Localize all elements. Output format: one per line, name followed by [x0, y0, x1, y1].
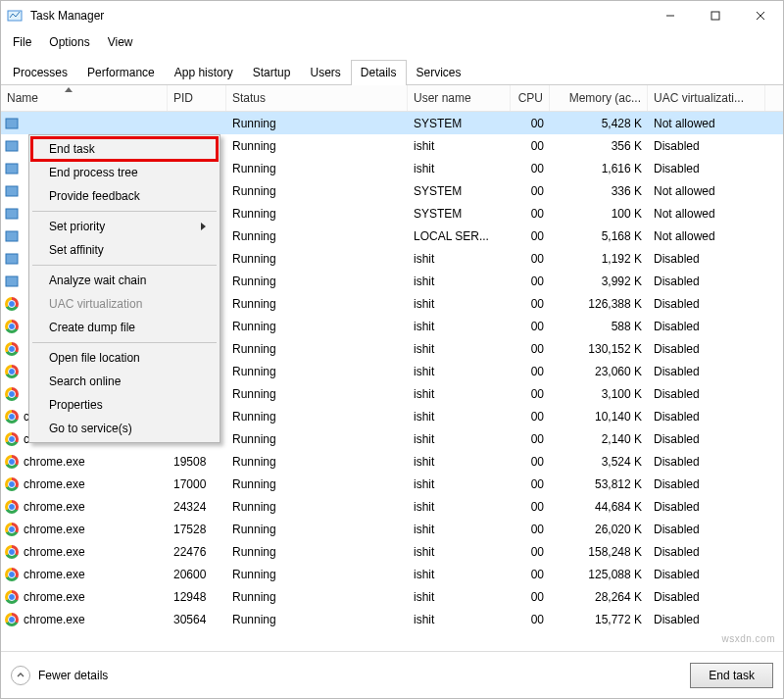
tab-app-history[interactable]: App history [165, 60, 243, 84]
sort-ascending-icon [65, 87, 73, 92]
cell-name: chrome.exe [1, 568, 168, 581]
chrome-icon [5, 297, 19, 311]
process-name: chrome.exe [24, 477, 85, 491]
context-menu: End taskEnd process treeProvide feedback… [28, 134, 220, 443]
table-row[interactable]: chrome.exe24324Runningishit0044,684 KDis… [1, 495, 783, 518]
context-menu-label: Provide feedback [49, 189, 140, 203]
tab-details[interactable]: Details [351, 60, 407, 84]
column-header-pid[interactable]: PID [168, 85, 226, 111]
context-menu-separator [32, 265, 217, 266]
cell-uac: Disabled [648, 252, 765, 266]
process-name: chrome.exe [24, 568, 85, 581]
process-icon [5, 162, 19, 175]
context-menu-label: UAC virtualization [49, 297, 142, 311]
cell-cpu: 00 [511, 500, 550, 514]
cell-user: ishit [408, 500, 511, 514]
context-menu-label: Set affinity [49, 243, 104, 257]
fewer-details-toggle[interactable]: Fewer details [11, 666, 108, 685]
context-menu-item-create-dump-file[interactable]: Create dump file [31, 316, 218, 339]
cell-pid: 22476 [168, 545, 226, 559]
column-name-label: Name [7, 91, 38, 105]
cell-uac: Disabled [648, 477, 765, 491]
context-menu-item-set-affinity[interactable]: Set affinity [31, 238, 218, 262]
tab-startup[interactable]: Startup [243, 60, 301, 84]
cell-memory: 26,020 K [550, 523, 648, 536]
cell-cpu: 00 [511, 523, 550, 536]
column-header-status[interactable]: Status [226, 85, 408, 111]
minimize-button[interactable] [648, 1, 693, 30]
cell-status: Running [226, 252, 408, 266]
context-menu-item-open-file-location[interactable]: Open file location [31, 346, 218, 370]
cell-status: Running [226, 162, 408, 175]
cell-uac: Disabled [648, 545, 765, 559]
chrome-icon [5, 320, 19, 333]
context-menu-item-end-task[interactable]: End task [31, 137, 218, 161]
menu-view[interactable]: View [100, 32, 141, 52]
cell-uac: Not allowed [648, 207, 765, 221]
context-menu-item-set-priority[interactable]: Set priority [31, 215, 218, 238]
end-task-button[interactable]: End task [690, 663, 773, 688]
tab-strip: Processes Performance App history Startu… [1, 54, 783, 85]
cell-uac: Disabled [648, 523, 765, 536]
cell-memory: 23,060 K [550, 365, 648, 378]
cell-status: Running [226, 184, 408, 198]
close-button[interactable] [738, 1, 783, 30]
context-menu-item-properties[interactable]: Properties [31, 393, 218, 417]
tab-performance[interactable]: Performance [77, 60, 165, 84]
cell-cpu: 00 [511, 252, 550, 266]
cell-memory: 100 K [550, 207, 648, 221]
tab-services[interactable]: Services [407, 60, 471, 84]
watermark: wsxdn.com [721, 633, 775, 644]
column-header-user[interactable]: User name [408, 85, 511, 111]
context-menu-item-end-process-tree[interactable]: End process tree [31, 161, 218, 184]
cell-user: ishit [408, 162, 511, 175]
menu-file[interactable]: File [5, 32, 39, 52]
table-row[interactable]: chrome.exe19508Runningishit003,524 KDisa… [1, 450, 783, 473]
cell-status: Running [226, 207, 408, 221]
chrome-icon [5, 455, 19, 469]
cell-uac: Disabled [648, 162, 765, 175]
column-header-uac[interactable]: UAC virtualizati... [648, 85, 765, 111]
cell-cpu: 00 [511, 229, 550, 243]
column-header-cpu[interactable]: CPU [511, 85, 550, 111]
cell-status: Running [226, 477, 408, 491]
tab-processes[interactable]: Processes [3, 60, 77, 84]
context-menu-label: Properties [49, 398, 103, 412]
cell-memory: 28,264 K [550, 590, 648, 604]
process-icon [5, 117, 19, 130]
menu-options[interactable]: Options [41, 32, 97, 52]
table-row[interactable]: chrome.exe17528Runningishit0026,020 KDis… [1, 518, 783, 540]
cell-name: chrome.exe [1, 500, 168, 514]
cell-cpu: 00 [511, 455, 550, 469]
cell-cpu: 00 [511, 387, 550, 401]
context-menu-item-provide-feedback[interactable]: Provide feedback [31, 184, 218, 208]
cell-user: SYSTEM [408, 117, 511, 130]
cell-name: chrome.exe [1, 477, 168, 491]
table-row[interactable]: chrome.exe17000Runningishit0053,812 KDis… [1, 473, 783, 495]
cell-cpu: 00 [511, 545, 550, 559]
context-menu-label: Set priority [49, 220, 105, 233]
table-row[interactable]: chrome.exe22476Runningishit00158,248 KDi… [1, 540, 783, 563]
context-menu-item-analyze-wait-chain[interactable]: Analyze wait chain [31, 269, 218, 292]
table-row[interactable]: chrome.exe12948Runningishit0028,264 KDis… [1, 585, 783, 608]
maximize-button[interactable] [693, 1, 738, 30]
context-menu-item-search-online[interactable]: Search online [31, 370, 218, 393]
table-row[interactable]: chrome.exe30564Runningishit0015,772 KDis… [1, 608, 783, 630]
app-icon [7, 8, 23, 24]
cell-memory: 53,812 K [550, 477, 648, 491]
context-menu-item-go-to-service-s[interactable]: Go to service(s) [31, 417, 218, 440]
column-header-memory[interactable]: Memory (ac... [550, 85, 648, 111]
cell-status: Running [226, 545, 408, 559]
column-header-name[interactable]: Name [1, 85, 168, 111]
cell-pid: 24324 [168, 500, 226, 514]
window-controls [648, 1, 783, 30]
table-row[interactable]: RunningSYSTEM005,428 KNot allowed [1, 112, 783, 134]
svg-rect-10 [6, 231, 18, 241]
process-icon [5, 275, 19, 288]
table-row[interactable]: chrome.exe20600Runningishit00125,088 KDi… [1, 563, 783, 585]
cell-status: Running [226, 139, 408, 153]
cell-cpu: 00 [511, 207, 550, 221]
tab-users[interactable]: Users [300, 60, 350, 84]
cell-uac: Disabled [648, 342, 765, 356]
cell-pid: 17528 [168, 523, 226, 536]
